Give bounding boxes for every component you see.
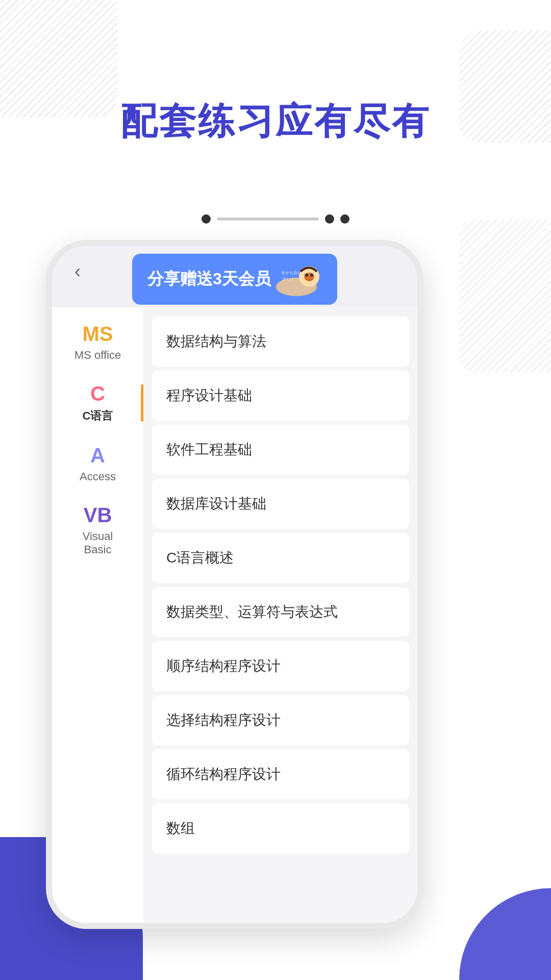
sidebar-item-c-lang[interactable]: C C语言 [52, 372, 143, 434]
list-item[interactable]: 程序设计基础 [152, 371, 409, 421]
svg-text:分かち合い: 分かち合い [281, 271, 302, 275]
sidebar: MS MS office C C语言 A Access VB VisualBas… [52, 307, 144, 923]
svg-text:ましょ: ましょ [282, 277, 294, 281]
access-icon: A [90, 444, 105, 467]
back-button[interactable]: ‹ [62, 256, 93, 287]
list-item[interactable]: 数据类型、运算符与表达式 [152, 587, 409, 637]
sidebar-item-vb[interactable]: VB VisualBasic [52, 494, 143, 567]
bg-decoration-mid-right [459, 219, 551, 373]
c-lang-icon: C [90, 382, 105, 405]
ms-office-label: MS office [74, 349, 121, 362]
list-item[interactable]: 数据库设计基础 [152, 479, 409, 529]
sidebar-item-ms-office[interactable]: MS MS office [52, 312, 143, 372]
back-icon: ‹ [74, 261, 81, 282]
content-area: MS MS office C C语言 A Access VB VisualBas… [52, 307, 417, 923]
share-banner[interactable]: 分享赠送3天会员 分かち合い ましょ [132, 254, 337, 305]
dot-line [217, 217, 319, 220]
list-item[interactable]: 软件工程基础 [152, 425, 409, 475]
bg-decoration-purple-right [459, 888, 551, 980]
sidebar-item-access[interactable]: A Access [52, 434, 143, 494]
chapter-list: 数据结构与算法程序设计基础软件工程基础数据库设计基础C语言概述数据类型、运算符与… [144, 307, 417, 923]
vb-icon: VB [84, 504, 112, 527]
ms-office-icon: MS [83, 323, 113, 346]
page-title: 配套练习应有尽有 [0, 97, 551, 146]
svg-point-4 [310, 274, 313, 277]
phone-header: ‹ 分享赠送3天会员 分かち合い [52, 246, 417, 307]
c-lang-label: C语言 [83, 408, 113, 424]
list-item[interactable]: 数据结构与算法 [152, 316, 409, 366]
page-indicator [0, 214, 551, 224]
list-item[interactable]: 顺序结构程序设计 [152, 641, 409, 691]
dot-1 [202, 214, 211, 224]
banner-text: 分享赠送3天会员 [147, 268, 271, 290]
list-item[interactable]: C语言概述 [152, 533, 409, 583]
list-item[interactable]: 循环结构程序设计 [152, 749, 409, 799]
vb-label: VisualBasic [83, 530, 113, 556]
dot-2 [325, 214, 334, 224]
dot-3 [340, 214, 349, 224]
access-label: Access [80, 470, 116, 483]
list-item[interactable]: 数组 [152, 803, 409, 853]
list-item[interactable]: 选择结构程序设计 [152, 695, 409, 745]
banner-mascot: 分かち合い ましょ [271, 259, 322, 300]
svg-point-3 [305, 274, 308, 277]
phone-mockup: ‹ 分享赠送3天会员 分かち合い [46, 240, 423, 929]
